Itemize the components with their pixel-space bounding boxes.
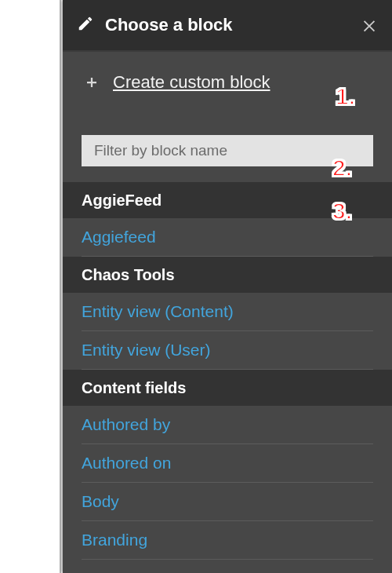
pencil-icon (77, 15, 94, 35)
block-item[interactable]: Body (82, 483, 373, 521)
spacer (63, 113, 392, 135)
block-item[interactable]: Aggiefeed (82, 218, 373, 257)
panel-title: Choose a block (105, 15, 233, 35)
block-link[interactable]: Authored on (82, 454, 171, 472)
close-button[interactable] (361, 16, 378, 34)
callout-1: 1. (336, 83, 355, 110)
callout-3: 3. (332, 198, 352, 224)
category-heading-label: AggieFeed (82, 192, 162, 210)
block-link[interactable]: Body (82, 492, 119, 510)
block-link[interactable]: Entity view (User) (82, 341, 211, 359)
block-list: Authored byAuthored onBodyBranding (63, 406, 392, 560)
block-item[interactable]: Entity view (Content) (82, 293, 373, 331)
block-item[interactable]: Authored by (82, 406, 373, 444)
block-item[interactable]: Entity view (User) (82, 331, 373, 370)
plus-icon (83, 74, 100, 91)
category-heading-label: Content fields (82, 379, 186, 397)
create-custom-block-link: Create custom block (113, 72, 270, 93)
category-heading: Content fields (63, 370, 392, 406)
panel-header: Choose a block (63, 0, 392, 50)
callout-2: 2. (332, 155, 352, 181)
block-item[interactable]: Authored on (82, 444, 373, 483)
block-link[interactable]: Entity view (Content) (82, 302, 234, 320)
block-link[interactable]: Authored by (82, 415, 170, 433)
page-gutter (0, 0, 61, 573)
category-heading-label: Chaos Tools (82, 266, 175, 284)
block-list: Entity view (Content)Entity view (User) (63, 293, 392, 370)
block-link[interactable]: Branding (82, 531, 147, 549)
filter-input[interactable] (82, 135, 373, 166)
close-icon (361, 16, 378, 34)
block-link[interactable]: Aggiefeed (82, 228, 156, 246)
block-item[interactable]: Branding (82, 521, 373, 560)
category-heading: Chaos Tools (63, 257, 392, 293)
